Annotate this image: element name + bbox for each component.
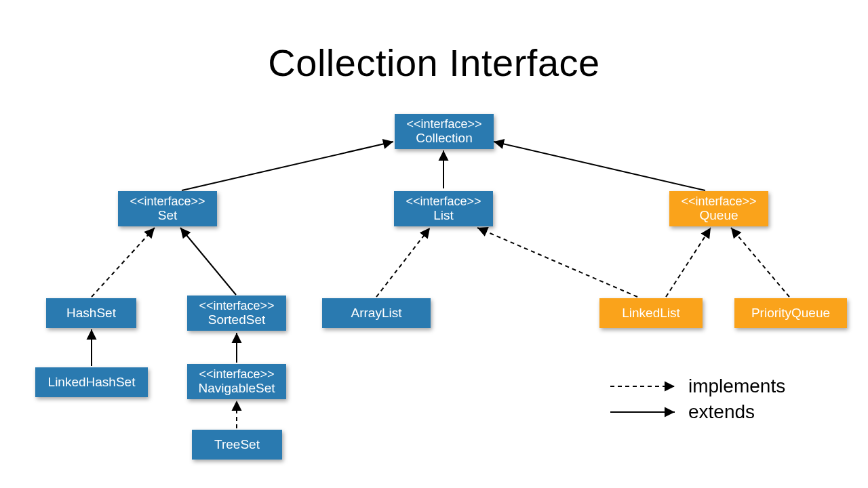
node-hashset: HashSet [46,298,136,328]
svg-line-4 [180,228,236,295]
stereotype-label: <<interface>> [199,299,274,313]
node-queue: <<interface>> Queue [669,191,768,226]
svg-line-7 [666,228,711,297]
legend-extends: extends [688,401,755,423]
node-linkedhashset: LinkedHashSet [35,367,148,397]
node-set: <<interface>> Set [118,191,217,226]
stereotype-label: <<interface>> [199,367,274,382]
stereotype-label: <<interface>> [406,117,481,131]
diagram-canvas: Collection Interface [0,0,868,488]
svg-line-8 [731,228,789,297]
stereotype-label: <<interface>> [406,195,481,209]
stereotype-label: <<interface>> [681,195,756,209]
node-label: NavigableSet [198,381,275,396]
node-label: List [433,208,454,223]
node-label: LinkedHashSet [48,375,136,390]
svg-line-2 [494,142,705,190]
node-treeset: TreeSet [192,430,282,460]
node-label: Set [158,208,178,223]
svg-line-6 [477,228,637,297]
node-label: TreeSet [214,437,260,452]
node-sortedset: <<interface>> SortedSet [187,296,286,331]
diagram-title: Collection Interface [0,41,868,85]
node-label: SortedSet [208,312,266,327]
node-list: <<interface>> List [394,191,493,226]
svg-line-5 [376,228,430,297]
node-collection: <<interface>> Collection [395,114,494,149]
node-label: HashSet [66,306,116,321]
svg-line-0 [182,142,393,190]
node-label: Collection [416,131,472,146]
svg-line-3 [92,228,155,297]
node-label: PriorityQueue [751,306,830,321]
node-navigableset: <<interface>> NavigableSet [187,364,286,399]
node-arraylist: ArrayList [322,298,431,328]
node-label: ArrayList [351,306,402,321]
node-label: LinkedList [622,306,680,321]
legend-implements: implements [688,375,785,397]
node-priorityqueue: PriorityQueue [734,298,847,328]
node-linkedlist: LinkedList [599,298,703,328]
node-label: Queue [699,208,738,223]
stereotype-label: <<interface>> [130,195,205,209]
